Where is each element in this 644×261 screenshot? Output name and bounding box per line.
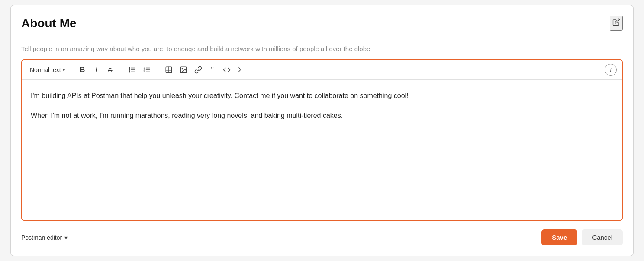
image-icon bbox=[180, 66, 187, 74]
text-format-label: Normal text bbox=[30, 66, 61, 73]
toolbar-separator-2 bbox=[121, 65, 121, 74]
editor-chevron: ▾ bbox=[64, 234, 68, 241]
quote-button[interactable]: " bbox=[206, 64, 219, 76]
image-button[interactable] bbox=[177, 64, 190, 76]
quote-icon: " bbox=[211, 66, 214, 74]
bullet-list-icon bbox=[128, 66, 136, 74]
svg-point-4 bbox=[129, 69, 129, 70]
code-button[interactable] bbox=[220, 64, 233, 76]
page-title: About Me bbox=[21, 16, 77, 30]
header-divider bbox=[21, 38, 623, 38]
edit-button[interactable] bbox=[610, 16, 623, 31]
code-icon bbox=[223, 66, 231, 74]
editor-content[interactable]: I'm building APIs at Postman that help y… bbox=[22, 80, 622, 220]
svg-text:3: 3 bbox=[143, 70, 145, 73]
toolbar: Normal text ▾ B I S bbox=[22, 60, 622, 80]
bullet-list-button[interactable] bbox=[126, 64, 138, 76]
numbered-list-button[interactable]: 1 2 3 bbox=[140, 64, 153, 76]
svg-point-5 bbox=[129, 71, 129, 72]
strikethrough-icon: S bbox=[108, 66, 113, 74]
table-icon bbox=[165, 66, 173, 74]
save-button[interactable]: Save bbox=[541, 229, 577, 245]
italic-button[interactable]: I bbox=[90, 64, 103, 76]
toolbar-separator-1 bbox=[72, 65, 72, 74]
text-format-chevron: ▾ bbox=[63, 68, 65, 72]
link-icon bbox=[194, 66, 202, 74]
editor-paragraph-1: I'm building APIs at Postman that help y… bbox=[31, 90, 613, 101]
bold-icon: B bbox=[80, 66, 85, 74]
toolbar-separator-3 bbox=[158, 65, 158, 74]
numbered-list-icon: 1 2 3 bbox=[143, 66, 151, 74]
about-me-card: About Me Tell people in an amazing way a… bbox=[10, 5, 634, 256]
svg-point-3 bbox=[129, 67, 129, 68]
table-button[interactable] bbox=[162, 64, 175, 76]
info-button[interactable]: i bbox=[605, 64, 617, 76]
pencil-icon bbox=[612, 18, 620, 26]
embed-button[interactable] bbox=[235, 64, 248, 76]
info-icon: i bbox=[610, 66, 612, 73]
editor-paragraph-2: When I'm not at work, I'm running marath… bbox=[31, 110, 613, 121]
editor-label-text: Postman editor bbox=[21, 234, 62, 241]
card-header: About Me bbox=[21, 16, 623, 31]
svg-point-17 bbox=[182, 68, 183, 69]
strikethrough-button[interactable]: S bbox=[104, 64, 116, 76]
link-button[interactable] bbox=[192, 64, 205, 76]
subtitle-text: Tell people in an amazing way about who … bbox=[21, 45, 623, 52]
italic-icon: I bbox=[95, 66, 97, 74]
bold-button[interactable]: B bbox=[77, 64, 89, 76]
editor-wrapper: Normal text ▾ B I S bbox=[21, 59, 623, 221]
editor-label[interactable]: Postman editor ▾ bbox=[21, 234, 68, 241]
cancel-button[interactable]: Cancel bbox=[582, 229, 623, 245]
embed-icon bbox=[238, 66, 245, 74]
footer: Postman editor ▾ Save Cancel bbox=[21, 229, 623, 245]
text-format-selector[interactable]: Normal text ▾ bbox=[27, 65, 68, 75]
footer-actions: Save Cancel bbox=[541, 229, 623, 245]
